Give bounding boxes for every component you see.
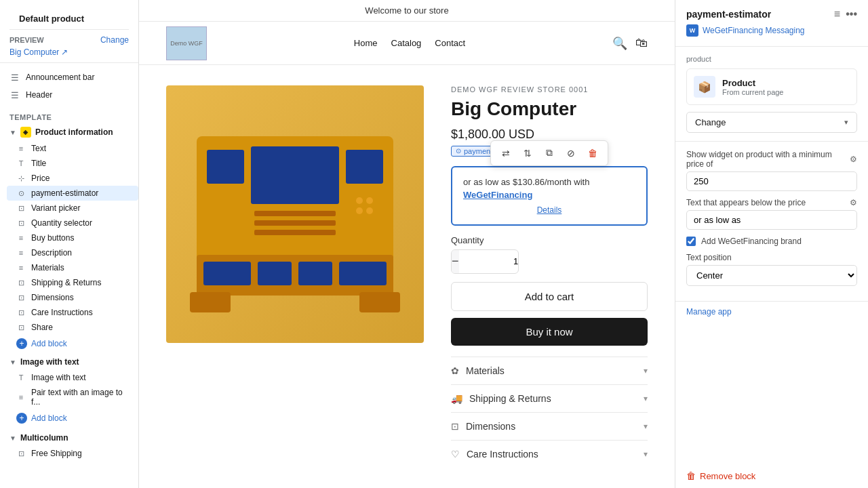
quantity-control: − + xyxy=(451,249,519,274)
sub-item-buy-buttons[interactable]: ≡ Buy buttons xyxy=(7,230,138,245)
free-shipping-label: Free Shipping xyxy=(31,449,82,458)
add-branding-label[interactable]: Add WeGetFinancing brand xyxy=(701,237,802,246)
quantity-input[interactable] xyxy=(459,256,519,266)
payment-details-link[interactable]: Details xyxy=(463,205,635,215)
sub-item-image-with-text[interactable]: T Image with text xyxy=(7,370,138,385)
quantity-decrease-button[interactable]: − xyxy=(452,250,459,273)
buy-buttons-label: Buy buttons xyxy=(31,233,74,243)
announcement-label: Announcement bar xyxy=(26,73,94,82)
nav-catalog[interactable]: Catalog xyxy=(391,38,422,48)
image-with-text-toggle[interactable]: ▼ Image with text xyxy=(0,354,138,370)
text-position-select[interactable]: Left Center Right xyxy=(686,265,857,286)
more-options-icon[interactable]: ••• xyxy=(846,8,857,20)
sidebar-item-header[interactable]: ☰ Header xyxy=(0,86,138,104)
min-price-settings-icon[interactable]: ⚙ xyxy=(850,155,857,164)
text-icon: ≡ xyxy=(16,144,26,153)
right-sidebar-title: payment-estimator ≡ ••• xyxy=(686,8,857,20)
sub-item-pair-text[interactable]: ≡ Pair text with an image to f... xyxy=(7,385,138,409)
svg-rect-7 xyxy=(298,262,332,285)
store-logo: Demo WGF xyxy=(166,26,207,60)
materials-label: Materials xyxy=(31,263,64,272)
accordion-shipping-returns[interactable]: 🚚 Shipping & Returns ▾ xyxy=(451,384,648,412)
svg-rect-2 xyxy=(207,150,244,184)
product-info-sub-items: ≡ Text T Title ⊹ Price ⊙ payment-estimat… xyxy=(0,141,138,352)
care-instructions-icon: ⊡ xyxy=(16,308,26,317)
store-logo-text: Demo WGF xyxy=(170,40,203,47)
announcement-icon: ☰ xyxy=(9,72,20,83)
product-info-toggle[interactable]: ▼ ◈ Product information xyxy=(0,123,138,141)
search-icon[interactable]: 🔍 xyxy=(612,36,627,51)
svg-rect-1 xyxy=(251,146,339,204)
accordion-materials[interactable]: ✿ Materials ▾ xyxy=(451,357,648,384)
share-label: Share xyxy=(31,323,53,332)
change-product-button[interactable]: Change ▾ xyxy=(686,112,857,133)
min-price-input[interactable] xyxy=(686,171,857,191)
header-icon: ☰ xyxy=(9,89,20,100)
sub-item-description[interactable]: ≡ Description xyxy=(7,245,138,260)
sub-item-share[interactable]: ⊡ Share xyxy=(7,320,138,335)
sub-item-free-shipping[interactable]: ⊡ Free Shipping xyxy=(7,446,138,461)
sub-item-dimensions[interactable]: ⊡ Dimensions xyxy=(7,290,138,305)
wgf-branding: W WeGetFinancing Messaging xyxy=(686,24,857,37)
payment-widget-text: or as low as $130.86/month with xyxy=(463,177,635,187)
dimensions-label: Dimensions xyxy=(31,293,74,302)
store-nav-icons: 🔍 🛍 xyxy=(612,36,648,51)
svg-rect-6 xyxy=(258,262,292,285)
toolbar-btn-delete[interactable]: 🗑 xyxy=(583,144,602,163)
product-card-info: Product From current page xyxy=(722,78,783,96)
sub-item-quantity-selector[interactable]: ⊡ Quantity selector xyxy=(7,216,138,230)
accordion-care-instructions[interactable]: ♡ Care Instructions ▾ xyxy=(451,440,648,468)
toolbar-btn-4[interactable]: ⊘ xyxy=(561,144,580,163)
care-instructions-label: Care Instructions xyxy=(31,308,93,317)
multicolumn-label: Multicolumn xyxy=(20,433,68,443)
wgf-brand-link[interactable]: WeGetFinancing xyxy=(463,190,532,200)
toolbar-btn-2[interactable]: ⇅ xyxy=(518,144,537,163)
text-position-label-text: Text position xyxy=(686,253,732,262)
buy-now-button[interactable]: Buy it now xyxy=(451,318,648,346)
dimensions-accordion-icon: ⊡ xyxy=(451,421,459,432)
add-block-2[interactable]: + Add block xyxy=(7,409,138,427)
sub-item-title[interactable]: T Title xyxy=(7,156,138,171)
shipping-accordion-label: Shipping & Returns xyxy=(469,393,551,404)
add-to-cart-button[interactable]: Add to cart xyxy=(451,282,648,311)
sidebar-item-announcement[interactable]: ☰ Announcement bar xyxy=(0,68,138,86)
svg-rect-12 xyxy=(254,220,336,226)
sub-item-variant-picker[interactable]: ⊡ Variant picker xyxy=(7,201,138,216)
multicolumn-toggle[interactable]: ▼ Multicolumn xyxy=(0,430,138,446)
image-with-text-section: ▼ Image with text T Image with text ≡ Pa… xyxy=(0,352,138,428)
sub-item-price[interactable]: ⊹ Price xyxy=(7,171,138,186)
toolbar-btn-1[interactable]: ⇄ xyxy=(496,144,515,163)
manage-app-link[interactable]: Manage app xyxy=(675,302,868,322)
nav-contact[interactable]: Contact xyxy=(435,38,465,48)
sub-item-text[interactable]: ≡ Text xyxy=(7,141,138,156)
cart-icon[interactable]: 🛍 xyxy=(635,36,648,50)
sub-item-care-instructions[interactable]: ⊡ Care Instructions xyxy=(7,305,138,320)
add-block-1[interactable]: + Add block xyxy=(7,335,138,352)
product-preview-link[interactable]: Big Computer ↗ xyxy=(9,47,129,57)
text-below-price-input[interactable] xyxy=(686,210,857,230)
wgf-logo: W xyxy=(686,24,698,37)
materials-accordion-icon: ✿ xyxy=(451,365,459,376)
wgf-messaging-name[interactable]: WeGetFinancing Messaging xyxy=(703,26,805,35)
remove-block-row[interactable]: 🗑 Remove block xyxy=(675,464,868,488)
text-below-settings-icon[interactable]: ⚙ xyxy=(850,198,857,207)
shipping-chevron-icon: ▾ xyxy=(644,394,648,403)
image-with-text-sub-items: T Image with text ≡ Pair text with an im… xyxy=(0,370,138,427)
toolbar-btn-3[interactable]: ⧉ xyxy=(540,144,559,163)
sub-item-materials[interactable]: ≡ Materials xyxy=(7,260,138,275)
right-product-section: product 📦 Product From current page Chan… xyxy=(675,47,868,142)
image-section-chevron: ▼ xyxy=(9,359,16,366)
change-link[interactable]: Change xyxy=(100,35,129,45)
accordion-dimensions[interactable]: ⊡ Dimensions ▾ xyxy=(451,412,648,440)
sub-item-shipping-returns[interactable]: ⊡ Shipping & Returns xyxy=(7,275,138,290)
svg-rect-9 xyxy=(190,292,231,312)
sub-item-payment-estimator[interactable]: ⊙ payment-estimator xyxy=(7,186,138,201)
nav-home[interactable]: Home xyxy=(354,38,378,48)
settings-icon[interactable]: ≡ xyxy=(834,8,840,20)
pair-text-icon: ≡ xyxy=(16,392,26,402)
right-sidebar-title-text: payment-estimator xyxy=(686,9,771,20)
payment-estimator-icon: ⊙ xyxy=(16,188,26,198)
change-btn-label: Change xyxy=(695,117,726,127)
add-branding-checkbox[interactable] xyxy=(686,237,696,246)
multicolumn-sub-items: ⊡ Free Shipping xyxy=(0,446,138,461)
